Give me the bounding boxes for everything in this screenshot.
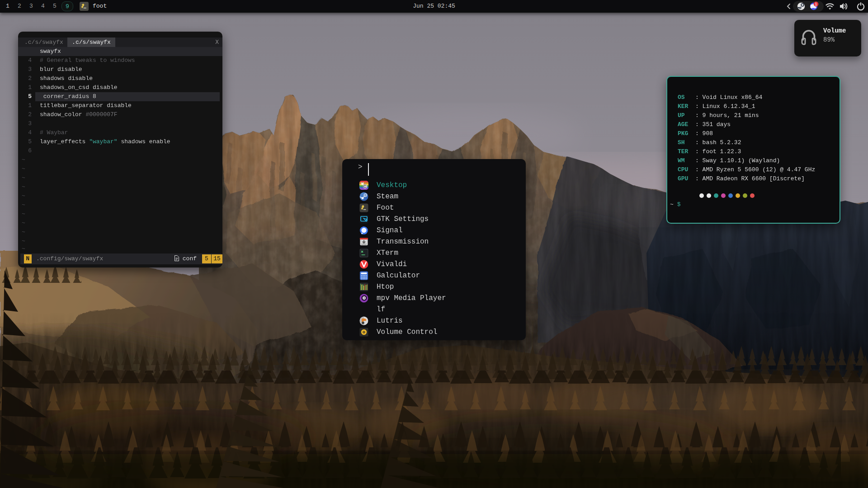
svg-text:1: 1 bbox=[815, 2, 817, 6]
